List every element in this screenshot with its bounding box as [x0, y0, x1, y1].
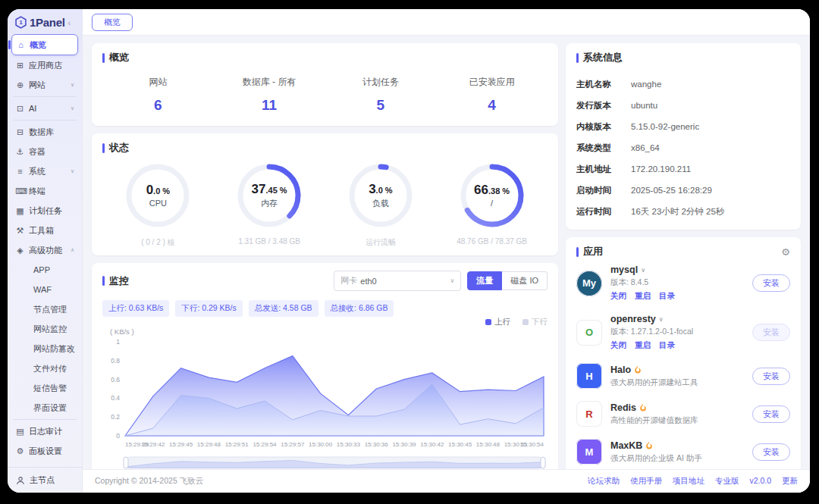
sidebar-item-cronjob[interactable]: ▦计划任务	[11, 201, 78, 221]
footer-link[interactable]: 项目地址	[673, 476, 704, 487]
svg-text:15:30:33: 15:30:33	[337, 441, 361, 448]
install-button-maxkb[interactable]: 安装	[752, 443, 790, 461]
app-subtext: 版本: 8.4.5	[610, 277, 744, 288]
network-interface-select[interactable]: 网卡 eth0 ∨	[334, 271, 461, 291]
app-name[interactable]: Redis	[610, 402, 744, 413]
chevron-icon: ∧	[71, 247, 74, 253]
gauge-内存: 37.45 %内存1.31 GB / 3.48 GB	[214, 159, 325, 248]
tab-overview[interactable]: 概览	[92, 14, 133, 31]
sidebar-item-advanced[interactable]: ◈高级功能∧	[11, 240, 78, 260]
sidebar-subitem-file-transfer[interactable]: 文件对传	[11, 358, 78, 378]
app-store-icon: ⊞	[15, 61, 25, 70]
traffic-chart: 00.20.40.60.8115:29:3915:29:4215:29:4515…	[102, 337, 548, 455]
sysinfo-value: 5.15.0-92-generic	[631, 122, 699, 131]
sidebar-item-container[interactable]: ⚓容器	[11, 142, 78, 161]
right-column: 系统信息 主机名称wanghe发行版本ubuntu内核版本5.15.0-92-g…	[566, 43, 801, 462]
svg-text:15:30:42: 15:30:42	[420, 441, 444, 448]
app-name[interactable]: openresty∨	[610, 314, 744, 324]
app-name[interactable]: Halo	[610, 365, 744, 375]
sidebar-divider	[13, 120, 77, 121]
install-button-openresty[interactable]: 安装	[752, 324, 790, 341]
master-node-button[interactable]: 主节点	[8, 467, 82, 493]
sidebar-subitem-node-manage[interactable]: 节点管理	[11, 299, 78, 319]
sysinfo-value: ubuntu	[631, 101, 657, 110]
install-button-redis[interactable]: 安装	[752, 405, 790, 423]
app-action-link[interactable]: 重启	[635, 291, 651, 302]
footer-link[interactable]: 使用手册	[630, 476, 662, 487]
chart-zoom-slider[interactable]	[102, 455, 548, 469]
legend-item-上行[interactable]: 上行	[485, 317, 510, 327]
sidebar-collapse-icon[interactable]: ‹	[68, 18, 71, 27]
sidebar-subitem-ui-settings[interactable]: 界面设置	[11, 398, 78, 418]
master-node-label: 主节点	[30, 474, 55, 486]
sidebar-subitem-app[interactable]: APP	[11, 260, 78, 280]
app-action-link[interactable]: 关闭	[610, 291, 626, 302]
stat-label: 计划任务	[325, 76, 437, 89]
select-prefix: 网卡	[340, 275, 357, 286]
footer-link[interactable]: v2.0.0	[749, 476, 771, 487]
sidebar-subitem-sms-alert[interactable]: 短信告警	[11, 378, 78, 398]
app-action-link[interactable]: 目录	[659, 340, 675, 351]
apps-card: 应用 ⚙ Mymysql∨版本: 8.4.5关闭重启目录安装Oopenresty…	[566, 237, 801, 469]
app-info: openresty∨版本: 1.27.1.2-0-1-focal关闭重启目录	[610, 314, 744, 351]
sidebar-item-label: 面板设置	[29, 446, 62, 457]
app-row-maxkb: MMaxKB强大易用的企业级 AI 助手安装	[576, 433, 790, 469]
traffic-badge: 总接收: 6.86 GB	[325, 300, 394, 317]
sidebar-item-overview[interactable]: ⌂概览	[11, 34, 78, 55]
svg-text:15:29:57: 15:29:57	[281, 441, 305, 448]
svg-text:15:30:45: 15:30:45	[448, 441, 472, 448]
footer-link[interactable]: 更新	[782, 476, 798, 487]
sysinfo-label: 主机名称	[576, 79, 631, 90]
monitor-card: 监控 网卡 eth0 ∨ 流量磁盘 IO 上行: 0.63 KB/s下行: 0.…	[92, 263, 558, 469]
sidebar-item-website[interactable]: ⊕网站∨	[11, 75, 78, 95]
sysinfo-row: 内核版本5.15.0-92-generic	[576, 116, 790, 137]
sidebar-item-label: 应用商店	[29, 60, 62, 71]
gauge-subtext: ( 0 / 2 ) 核	[141, 237, 174, 248]
svg-text:15:29:45: 15:29:45	[169, 441, 193, 448]
stat-item[interactable]: 数据库 - 所有11	[214, 76, 325, 114]
app-action-link[interactable]: 重启	[635, 340, 651, 351]
app-action-link[interactable]: 关闭	[610, 340, 626, 351]
sidebar-item-label: 工具箱	[29, 225, 54, 236]
gauge-fraction: .0 %	[376, 186, 393, 195]
app-action-link[interactable]: 目录	[659, 291, 675, 302]
sysinfo-row: 系统类型x86_64	[576, 137, 790, 158]
sidebar-item-log-audit[interactable]: ▤日志审计	[11, 421, 78, 441]
stat-item[interactable]: 已安装应用4	[436, 76, 548, 114]
stat-item[interactable]: 网站6	[102, 76, 214, 114]
app-name[interactable]: MaxKB	[610, 440, 744, 451]
gauge-number: 66.38 %	[474, 183, 510, 196]
mode-button-traffic[interactable]: 流量	[467, 271, 502, 290]
sidebar-item-panel-settings[interactable]: ⚙面板设置	[11, 441, 78, 461]
svg-text:15:30:48: 15:30:48	[476, 441, 500, 448]
svg-text:15:30:39: 15:30:39	[392, 441, 416, 448]
sidebar-item-system[interactable]: ≡系统∨	[11, 161, 78, 181]
overview-title: 概览	[102, 51, 548, 64]
sidebar-item-terminal[interactable]: ⌨终端	[11, 181, 78, 201]
stat-item[interactable]: 计划任务5	[325, 76, 437, 114]
footer-link[interactable]: 论坛求助	[588, 476, 620, 487]
sidebar-item-ai[interactable]: ⊡AI∨	[11, 99, 78, 118]
app-name[interactable]: mysql∨	[610, 265, 744, 275]
sidebar-item-database[interactable]: ⊟数据库	[11, 122, 78, 142]
sidebar-item-toolbox[interactable]: ⚒工具箱	[11, 221, 78, 240]
install-button-mysql[interactable]: 安装	[752, 274, 790, 292]
app-subtext: 强大易用的开源建站工具	[610, 377, 744, 388]
sidebar-subitem-tamper-proof[interactable]: 网站防篡改	[11, 339, 78, 358]
sysinfo-value: 2025-05-25 16:28:29	[631, 186, 712, 195]
gauge-fraction: .0 %	[153, 186, 170, 196]
sidebar-subitem-site-monitor[interactable]: 网站监控	[11, 319, 78, 339]
traffic-badges: 上行: 0.63 KB/s下行: 0.29 KB/s总发送: 4.58 GB总接…	[102, 300, 548, 317]
gear-icon[interactable]: ⚙	[781, 246, 790, 258]
status-title: 状态	[102, 141, 548, 155]
sidebar: 1 1Panel ‹ ⌂概览⊞应用商店⊕网站∨⊡AI∨⊟数据库⚓容器≡系统∨⌨终…	[8, 9, 83, 493]
footer-link[interactable]: 专业版	[715, 476, 739, 487]
install-button-halo[interactable]: 安装	[752, 368, 790, 385]
mode-button-disk-io[interactable]: 磁盘 IO	[502, 271, 548, 290]
log-audit-icon: ▤	[15, 427, 25, 437]
sidebar-item-app-store[interactable]: ⊞应用商店	[11, 55, 78, 75]
legend-item-下行[interactable]: 下行	[522, 317, 548, 327]
sidebar-subitem-waf[interactable]: WAF	[11, 280, 78, 299]
footer: Copyright © 2014-2025 飞致云 论坛求助使用手册项目地址专业…	[83, 469, 810, 493]
app-logo-halo-icon: H	[576, 363, 602, 389]
